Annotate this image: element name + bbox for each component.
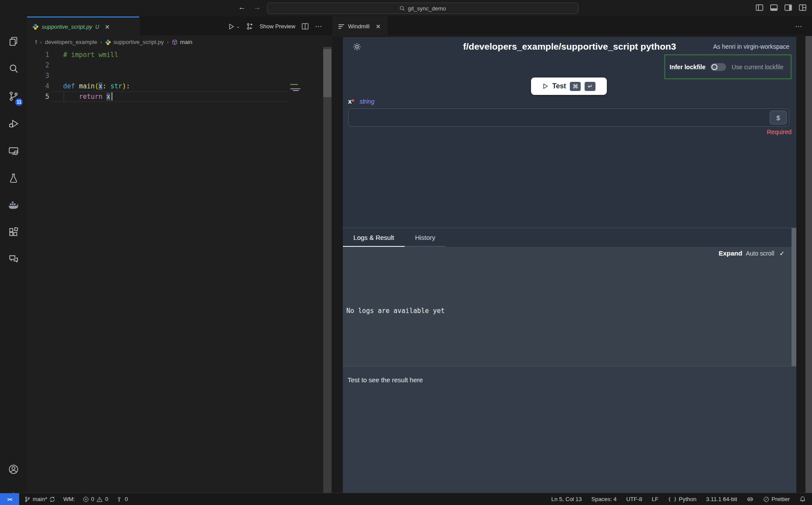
breadcrumb: f › developers_example › supportive_scri… (35, 36, 323, 48)
account-icon[interactable] (0, 459, 27, 480)
nav-back-icon[interactable]: ← (238, 3, 246, 12)
python-file-icon (32, 24, 39, 30)
sidebar-item-explorer[interactable] (0, 31, 27, 52)
warning-icon (96, 496, 103, 502)
panel-more-actions-icon[interactable]: ⋯ (795, 22, 802, 30)
circle-slash-icon (763, 496, 769, 502)
source-control-badge: 11 (15, 98, 23, 106)
toggle-secondary-sidebar-icon[interactable] (784, 3, 792, 12)
line-number: 3 (27, 71, 49, 81)
required-star: * (352, 98, 354, 105)
sidebar-item-remote-explorer[interactable] (0, 141, 27, 162)
test-button[interactable]: Test ⌘ ↵ (531, 77, 607, 95)
lockfile-toggle[interactable] (710, 63, 726, 71)
breadcrumb-folder-f[interactable]: f (35, 39, 37, 45)
minimap[interactable] (289, 83, 302, 109)
language-mode[interactable]: { } Python (668, 496, 696, 502)
encoding[interactable]: UTF-8 (626, 496, 642, 502)
radio-tower-icon (116, 496, 122, 502)
tab-label: supportive_script.py (42, 24, 92, 30)
windmill-status[interactable]: WM: (63, 496, 75, 502)
eol[interactable]: LF (652, 496, 658, 502)
editor-scrollbar-thumb[interactable] (323, 49, 332, 97)
tab-windmill[interactable]: Windmill ✕ (332, 17, 387, 36)
sidebar-item-run-debug[interactable] (0, 113, 27, 134)
windmill-webview: f/developers_example/supportive_script p… (343, 37, 796, 493)
activity-bar: 11 ⚙ (0, 17, 27, 493)
title-bar: ← → git_sync_demo (0, 0, 812, 17)
open-changes-icon[interactable] (246, 23, 254, 30)
sidebar-item-extensions[interactable] (0, 222, 27, 242)
notifications-bell-icon[interactable] (799, 496, 806, 502)
cursor-position[interactable]: Ln 5, Col 13 (551, 496, 582, 502)
no-logs-message: No logs are available yet (346, 307, 445, 315)
code-line-4: def main(x: str): (63, 81, 130, 91)
indentation[interactable]: Spaces: 4 (592, 496, 617, 502)
tab-label: Windmill (348, 23, 369, 30)
workspace-context: As henri in virgin-workspace (713, 43, 789, 50)
customize-layout-icon[interactable] (798, 3, 807, 12)
python-interpreter[interactable]: 3.11.1 64-bit (706, 496, 737, 502)
play-icon (542, 83, 548, 89)
arg-x-label: x*string (348, 98, 374, 105)
breadcrumb-symbol-main[interactable]: main (172, 39, 192, 45)
tab-close-icon[interactable]: ✕ (105, 24, 110, 30)
problems-status[interactable]: 0 0 (83, 496, 108, 502)
lockfile-box: Infer lockfile Use current lockfile (664, 54, 792, 79)
logs-section: Expand Auto scroll ✓ No logs are availab… (343, 247, 796, 366)
split-editor-icon[interactable] (301, 23, 309, 30)
toggle-knob (711, 64, 717, 70)
toggle-sidebar-icon[interactable] (755, 3, 764, 12)
tab-supportive-script[interactable]: supportive_script.py U ✕ (27, 17, 139, 36)
variable-picker-button[interactable]: $ (770, 111, 787, 125)
sidebar-item-source-control[interactable]: 11 (0, 86, 27, 107)
show-preview-button[interactable]: Show Preview (260, 23, 295, 30)
git-branch-status[interactable]: main* (24, 496, 55, 502)
run-dropdown-icon[interactable]: ⌄ (236, 24, 240, 29)
breadcrumb-folder-developers-example[interactable]: developers_example (45, 39, 97, 45)
sidebar-item-docker[interactable] (0, 195, 27, 215)
status-bar: >< main* WM: 0 0 0 Ln 5, Col 13 Spaces: … (0, 493, 812, 505)
auto-scroll-label[interactable]: Auto scroll (746, 250, 774, 257)
sync-icon (49, 496, 55, 502)
formatter-status[interactable]: Prettier (763, 496, 790, 502)
toggle-panel-icon[interactable] (770, 3, 778, 12)
copilot-robot-icon[interactable] (747, 496, 754, 502)
panel-tab-bar: Windmill ✕ ⋯ (332, 17, 812, 36)
sidebar-item-testing[interactable] (0, 168, 27, 189)
arg-type: string (359, 98, 374, 105)
infer-lockfile-label: Infer lockfile (670, 64, 705, 71)
webview-scrollbar[interactable] (805, 36, 812, 493)
result-placeholder: Test to see the result here (348, 376, 423, 384)
tab-history[interactable]: History (405, 228, 446, 247)
webview-list-icon (338, 24, 345, 29)
tab-close-icon[interactable]: ✕ (376, 23, 381, 30)
editor-group: supportive_script.py U ✕ ⌄ Show Preview … (27, 17, 332, 493)
windmill-panel-group: Windmill ✕ ⋯ f/developers_example/suppor… (332, 17, 812, 493)
sidebar-item-comments[interactable] (0, 249, 27, 269)
breadcrumb-file[interactable]: supportive_script.py (105, 39, 164, 45)
command-center-search[interactable]: git_sync_demo (267, 3, 579, 14)
nav-forward-icon[interactable]: → (254, 3, 261, 12)
editor-tab-bar: supportive_script.py U ✕ ⌄ Show Preview … (27, 17, 332, 36)
remote-indicator[interactable]: >< (0, 493, 19, 505)
expand-button[interactable]: Expand (719, 249, 742, 257)
code-line-5: return x (63, 91, 110, 102)
arg-x-input[interactable]: $ (348, 108, 789, 127)
search-icon (399, 6, 405, 11)
line-number: 4 (27, 81, 49, 91)
run-python-button[interactable]: ⌄ (228, 23, 240, 30)
check-icon[interactable]: ✓ (779, 250, 785, 257)
editor-scrollbar-track[interactable] (323, 47, 332, 493)
enter-keycap: ↵ (585, 82, 595, 91)
vscode-window: ← → git_sync_demo 11 (0, 0, 812, 505)
required-hint: Required (767, 128, 792, 135)
symbol-method-cube-icon (172, 39, 178, 45)
editor-more-actions-icon[interactable]: ⋯ (315, 22, 322, 30)
forwarded-ports-status[interactable]: 0 (116, 496, 128, 502)
tab-logs-result[interactable]: Logs & Result (343, 228, 405, 247)
braces-icon: { } (668, 496, 677, 502)
search-text: git_sync_demo (408, 5, 446, 12)
cmd-keycap: ⌘ (570, 82, 581, 91)
sidebar-item-search[interactable] (0, 58, 27, 79)
